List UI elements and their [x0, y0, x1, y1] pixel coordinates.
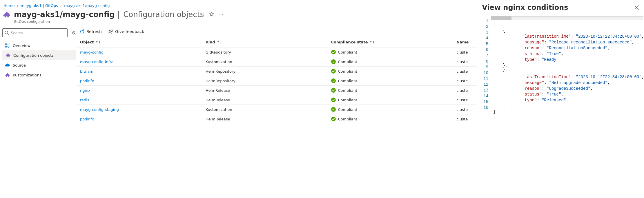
state-cell: Compliant: [328, 47, 454, 57]
name-cell: cluste: [453, 114, 477, 124]
kind-cell: HelmRepository: [203, 76, 328, 86]
check-circle-icon: [331, 50, 336, 54]
table-row: mayg-configGitRepositoryCompliantcluste: [77, 47, 477, 57]
kind-cell: GitRepository: [203, 47, 328, 57]
check-circle-icon: [331, 117, 336, 121]
breadcrumb: Home › mayg-aks1 | GitOps › mayg-aks1/ma…: [0, 2, 477, 10]
breadcrumb-home[interactable]: Home: [3, 3, 14, 8]
chevron-right-icon: ›: [17, 3, 18, 8]
name-cell: cluste: [453, 67, 477, 76]
command-bar: Refresh Give feedback: [77, 27, 477, 37]
svg-marker-0: [210, 12, 214, 16]
state-cell: Compliant: [328, 105, 454, 114]
col-header-name[interactable]: Name: [453, 37, 477, 47]
object-link[interactable]: bitnami: [80, 69, 94, 74]
sidebar-item-label: Source: [13, 63, 26, 67]
kind-cell: HelmRelease: [203, 114, 328, 124]
name-cell: cluste: [453, 76, 477, 86]
object-link[interactable]: mayg-config: [80, 50, 104, 54]
object-link[interactable]: nginx: [80, 88, 90, 93]
refresh-button[interactable]: Refresh: [79, 29, 102, 34]
sidebar-item-overview[interactable]: Overview: [2, 41, 76, 50]
svg-point-7: [331, 50, 336, 54]
extension-puzzle-icon: [5, 72, 10, 78]
extension-puzzle-icon: [2, 11, 10, 19]
sidebar-item-label: Kustomizations: [13, 73, 41, 77]
extension-puzzle-icon: [5, 53, 10, 58]
feedback-person-icon: [108, 29, 113, 34]
cloud-icon: [5, 63, 10, 68]
check-circle-icon: [331, 98, 336, 102]
svg-line-2: [8, 34, 9, 35]
svg-point-5: [5, 46, 7, 47]
more-icon[interactable]: ···: [218, 12, 224, 17]
config-objects-table: Object↑↓ Kind↑↓ Compliance state↑↓ Name …: [77, 37, 477, 124]
kind-cell: Kustomization: [203, 105, 328, 114]
table-row: nginxHelmReleaseCompliantcluste: [77, 86, 477, 95]
object-link[interactable]: mayg-config-staging: [80, 107, 119, 112]
search-input[interactable]: [2, 28, 68, 37]
kind-cell: Kustomization: [203, 57, 328, 67]
panel-title: View nginx conditions: [482, 3, 568, 12]
sidebar-item-label: Overview: [13, 43, 30, 48]
state-cell: Compliant: [328, 86, 454, 95]
sidebar-item-source[interactable]: Source: [2, 60, 76, 70]
svg-point-11: [331, 88, 336, 93]
svg-point-1: [5, 31, 8, 34]
json-viewer[interactable]: [ { "lastTransitionTime": "2023-10-12T22…: [491, 20, 644, 198]
overview-icon: [5, 43, 10, 48]
check-circle-icon: [331, 107, 336, 112]
table-row: podinfoHelmReleaseCompliantcluste: [77, 114, 477, 124]
state-cell: Compliant: [328, 76, 454, 86]
page-subtitle: GitOps configuration: [0, 20, 477, 27]
table-row: podinfoHelmRepositoryCompliantcluste: [77, 76, 477, 86]
check-circle-icon: [331, 88, 336, 93]
name-cell: cluste: [453, 105, 477, 114]
sidebar-item-kustomizations[interactable]: Kustomizations: [2, 70, 76, 80]
sort-arrows-icon: ↑↓: [370, 41, 375, 44]
name-cell: cluste: [453, 86, 477, 95]
svg-point-10: [331, 78, 336, 83]
page-title: mayg-aks1/mayg-config | Configuration ob…: [14, 10, 204, 19]
horizontal-scrollbar[interactable]: [491, 16, 643, 20]
page-title-sub: Configuration objects: [123, 10, 204, 19]
state-cell: Compliant: [328, 57, 454, 67]
sidebar-nav: Overview Configuration objects Source: [2, 41, 76, 80]
kind-cell: HelmRepository: [203, 67, 328, 76]
kind-cell: HelmRelease: [203, 95, 328, 105]
table-row: redisHelmReleaseCompliantcluste: [77, 95, 477, 105]
svg-point-14: [331, 117, 336, 121]
object-link[interactable]: redis: [80, 98, 89, 102]
refresh-icon: [79, 29, 85, 34]
sort-arrows-icon: ↑↓: [96, 41, 101, 44]
chevron-right-icon: ›: [60, 3, 62, 8]
search-icon: [4, 30, 9, 35]
give-feedback-button[interactable]: Give feedback: [108, 29, 144, 34]
table-row: bitnamiHelmRepositoryCompliantcluste: [77, 67, 477, 76]
state-cell: Compliant: [328, 95, 454, 105]
kind-cell: HelmRelease: [203, 86, 328, 95]
check-circle-icon: [331, 59, 336, 64]
collapse-sidebar-button[interactable]: [71, 30, 76, 35]
breadcrumb-l1[interactable]: mayg-aks1 | GitOps: [21, 3, 58, 8]
svg-point-13: [331, 107, 336, 112]
star-icon[interactable]: [209, 12, 214, 18]
table-row: mayg-config-infraKustomizationCompliantc…: [77, 57, 477, 67]
table-row: mayg-config-stagingKustomizationComplian…: [77, 105, 477, 114]
check-circle-icon: [331, 69, 336, 74]
col-header-kind[interactable]: Kind↑↓: [203, 37, 328, 47]
object-link[interactable]: mayg-config-infra: [80, 60, 113, 64]
col-header-object[interactable]: Object↑↓: [77, 37, 203, 47]
breadcrumb-l2[interactable]: mayg-aks1/mayg-config: [64, 3, 110, 8]
svg-point-12: [331, 98, 336, 102]
close-button[interactable]: [634, 5, 639, 10]
svg-point-6: [109, 30, 111, 31]
object-link[interactable]: podinfo: [80, 79, 94, 83]
name-cell: cluste: [453, 47, 477, 57]
code-gutter: 12345678910111213141516: [477, 16, 491, 198]
object-link[interactable]: podinfo: [80, 117, 94, 121]
sidebar-item-configuration-objects[interactable]: Configuration objects: [2, 50, 76, 60]
col-header-state[interactable]: Compliance state↑↓: [328, 37, 454, 47]
conditions-panel: View nginx conditions 123456789101112131…: [477, 0, 644, 198]
svg-point-9: [331, 69, 336, 74]
